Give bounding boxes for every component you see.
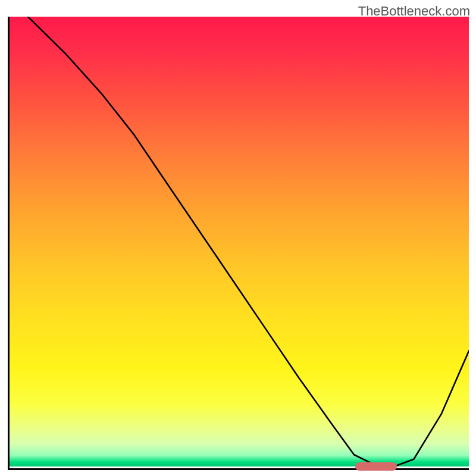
chart-line [10,17,469,468]
watermark-text: TheBottleneck.com [358,4,470,19]
optimal-range-marker [355,462,397,471]
chart-frame [8,17,469,470]
